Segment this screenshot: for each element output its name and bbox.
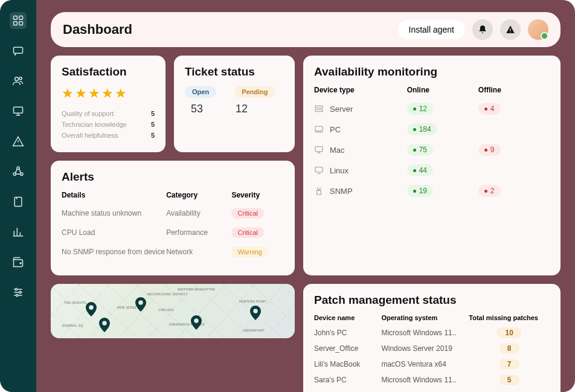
star-icon: ★ xyxy=(101,86,114,101)
online-badge: 19 xyxy=(407,185,433,197)
map-pin-icon[interactable] xyxy=(86,302,97,316)
svg-rect-7 xyxy=(14,107,23,113)
alert-row[interactable]: Machine status unknown Availability Crit… xyxy=(62,208,284,219)
online-badge: 184 xyxy=(407,123,437,135)
map-pin-icon[interactable] xyxy=(99,318,110,332)
satisfaction-row: Overall helpfulness5 xyxy=(62,132,155,139)
notifications-button[interactable] xyxy=(472,19,493,40)
sidebar-item-docs[interactable] xyxy=(10,193,27,210)
severity-badge: Critical xyxy=(231,208,264,219)
col-category: Category xyxy=(166,191,231,199)
patch-management-card: Patch management status Device name Oper… xyxy=(303,284,561,392)
header: Dashboard Install agent xyxy=(51,12,561,47)
svg-rect-1 xyxy=(19,16,23,20)
patch-row[interactable]: Lili's MacBookmacOS Ventura x647 xyxy=(314,359,550,370)
availability-row: Linux 44 xyxy=(314,164,550,176)
svg-point-5 xyxy=(15,77,19,81)
patch-row[interactable]: Sara's PCMicrosoft Windows 11..5 xyxy=(314,374,550,385)
svg-rect-19 xyxy=(315,109,323,111)
open-count: 53 xyxy=(191,103,203,115)
star-icon: ★ xyxy=(62,86,74,101)
sidebar-item-billing[interactable] xyxy=(10,254,27,271)
online-badge: 44 xyxy=(407,164,433,176)
svg-rect-18 xyxy=(315,106,323,108)
online-badge: 75 xyxy=(407,144,433,156)
svg-point-15 xyxy=(16,294,18,296)
patch-row[interactable]: John's PCMicrosoft Windows 11..10 xyxy=(314,327,550,338)
map-pin-icon[interactable] xyxy=(135,297,146,312)
sidebar-item-dashboard[interactable] xyxy=(10,12,27,29)
map-pin-icon[interactable] xyxy=(191,315,202,330)
availability-title: Availability monitoring xyxy=(314,65,550,79)
col-details: Details xyxy=(62,191,166,199)
offline-badge: 2 xyxy=(478,185,501,197)
svg-rect-4 xyxy=(14,47,23,53)
satisfaction-row: Technician knowledge5 xyxy=(62,121,155,128)
svg-rect-22 xyxy=(315,167,323,172)
col-severity: Severity xyxy=(231,191,284,199)
col-os: Operating system xyxy=(381,314,469,321)
svg-point-12 xyxy=(20,263,21,264)
map-card[interactable]: THE HEIGHTS JOURNAL SQ NEW JERSEY CHELSE… xyxy=(51,284,295,338)
svg-point-6 xyxy=(19,77,22,80)
svg-rect-21 xyxy=(315,147,323,152)
star-icon: ★ xyxy=(75,86,87,101)
svg-point-13 xyxy=(15,288,17,290)
availability-card: Availability monitoring Device type Onli… xyxy=(303,56,561,275)
availability-row: SNMP 19 2 xyxy=(314,185,550,197)
svg-rect-17 xyxy=(510,31,510,32)
col-online: Online xyxy=(407,86,478,94)
main-content: Dashboard Install agent Satisfaction ★★★… xyxy=(36,0,575,392)
sidebar xyxy=(0,0,36,392)
map-pin-icon[interactable] xyxy=(250,306,261,320)
satisfaction-card: Satisfaction ★★★★★ Quality of support5 T… xyxy=(51,56,165,152)
offline-badge: 4 xyxy=(478,103,501,115)
pending-pill[interactable]: Pending xyxy=(234,86,275,98)
satisfaction-row: Quality of support5 xyxy=(62,110,155,117)
svg-rect-16 xyxy=(510,28,510,31)
star-icon: ★ xyxy=(115,86,127,101)
pending-count: 12 xyxy=(236,103,248,115)
sidebar-item-monitor[interactable] xyxy=(10,103,27,120)
availability-row: Server 12 4 xyxy=(314,103,550,115)
severity-badge: Warning xyxy=(231,246,268,257)
server-icon xyxy=(314,104,324,114)
ticket-status-card: Ticket status Open Pending 53 12 xyxy=(174,56,295,152)
sidebar-item-users[interactable] xyxy=(10,72,27,89)
page-title: Dashboard xyxy=(63,22,132,37)
sidebar-item-reports[interactable] xyxy=(10,223,27,240)
availability-row: PC 184 xyxy=(314,123,550,135)
alerts-card: Alerts Details Category Severity Machine… xyxy=(51,161,295,275)
sidebar-item-settings[interactable] xyxy=(10,284,27,301)
svg-point-8 xyxy=(17,167,19,169)
open-pill[interactable]: Open xyxy=(185,86,216,98)
sidebar-item-chat[interactable] xyxy=(10,42,27,59)
sidebar-item-network[interactable] xyxy=(10,163,27,180)
svg-point-14 xyxy=(19,291,21,293)
svg-rect-11 xyxy=(14,198,22,207)
snmp-icon xyxy=(314,186,324,196)
svg-point-9 xyxy=(13,173,16,175)
alerts-title: Alerts xyxy=(62,170,284,184)
sidebar-item-alerts[interactable] xyxy=(10,133,27,150)
linux-icon xyxy=(314,165,324,175)
patch-title: Patch management status xyxy=(314,294,550,307)
missing-badge: 10 xyxy=(496,327,521,338)
svg-point-10 xyxy=(21,173,23,175)
svg-rect-0 xyxy=(14,16,18,20)
col-device-type: Device type xyxy=(314,86,407,94)
alert-row[interactable]: No SNMP response from device Network War… xyxy=(62,246,284,257)
alert-row[interactable]: CPU Load Performance Critical xyxy=(62,227,284,238)
col-device-name: Device name xyxy=(314,314,381,321)
star-icon: ★ xyxy=(88,86,100,101)
warnings-button[interactable] xyxy=(500,19,521,40)
avatar[interactable] xyxy=(528,19,548,40)
col-offline: Offline xyxy=(478,86,550,94)
missing-badge: 8 xyxy=(499,343,520,354)
missing-badge: 5 xyxy=(499,374,520,385)
install-agent-button[interactable]: Install agent xyxy=(398,20,466,39)
svg-rect-2 xyxy=(14,22,18,25)
pc-icon xyxy=(314,124,324,134)
col-missing: Total missing patches xyxy=(469,314,550,321)
patch-row[interactable]: Server_OfficeWindows Server 20198 xyxy=(314,343,550,354)
